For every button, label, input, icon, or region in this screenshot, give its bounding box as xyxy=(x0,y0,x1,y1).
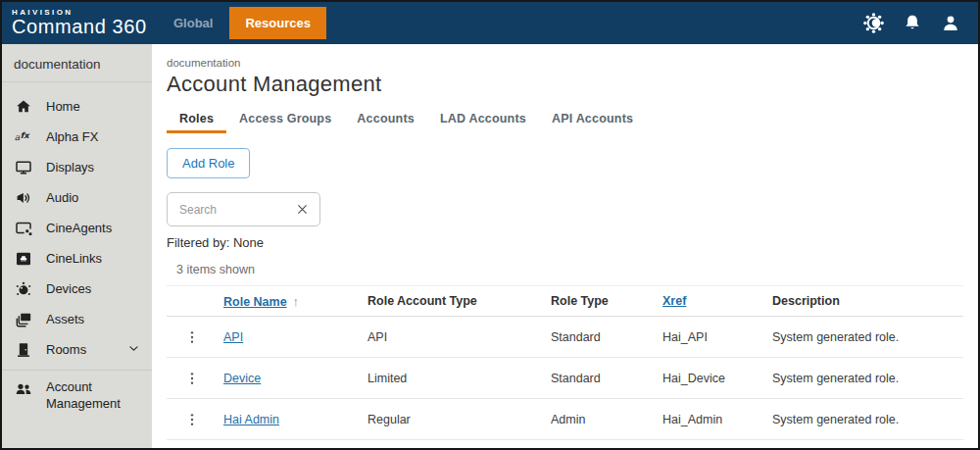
sidebar-item-rooms[interactable]: Rooms xyxy=(2,334,152,365)
svg-text:fx: fx xyxy=(21,129,31,139)
app-window: HAIVISION Command 360 Global Resources xyxy=(0,0,980,450)
cell-description: System generated role. xyxy=(772,413,963,426)
cell-role-account-type: Regular xyxy=(368,413,551,426)
sort-ascending-icon: ↑ xyxy=(293,294,300,309)
cell-xref: Hai_API xyxy=(662,330,772,344)
display-icon xyxy=(14,158,33,177)
sidebar-item-cineagents[interactable]: CineAgents xyxy=(2,213,152,243)
brand-logo: HAIVISION Command 360 xyxy=(2,9,157,37)
role-name-link[interactable]: Device xyxy=(223,372,261,385)
alpha-fx-icon: a fx xyxy=(14,127,33,147)
brand-name-large: Command 360 xyxy=(12,17,157,37)
cell-description: System generated role. xyxy=(772,372,963,385)
role-name-link[interactable]: API xyxy=(223,330,243,344)
chevron-down-icon[interactable] xyxy=(127,342,140,358)
breadcrumb: documentation xyxy=(167,57,963,69)
table-row: Hai Admin Regular Admin Hai_Admin System… xyxy=(167,399,963,440)
role-name-link[interactable]: Hai Admin xyxy=(223,413,279,426)
sidebar-item-audio[interactable]: Audio xyxy=(2,182,152,213)
notifications-bell-icon[interactable] xyxy=(902,13,923,34)
tab-access-groups[interactable]: Access Groups xyxy=(226,106,344,133)
audio-icon xyxy=(14,188,33,208)
tab-api-accounts[interactable]: API Accounts xyxy=(539,106,646,133)
top-nav-global[interactable]: Global xyxy=(157,16,229,30)
column-header-role-account-type: Role Account Type xyxy=(368,294,551,308)
sidebar-item-home[interactable]: Home xyxy=(2,91,152,122)
tab-bar: Roles Access Groups Accounts LAD Account… xyxy=(167,106,963,133)
row-actions-kebab-icon[interactable] xyxy=(183,368,201,389)
cell-description: System generated role. xyxy=(772,330,963,344)
sort-role-name-link[interactable]: Role Name xyxy=(223,295,287,309)
sidebar-item-alpha-fx[interactable]: a fx Alpha FX xyxy=(2,122,152,152)
table-row: API API Standard Hai_API System generate… xyxy=(167,317,963,358)
top-nav-resources[interactable]: Resources xyxy=(229,7,325,39)
assets-icon xyxy=(14,310,33,329)
theme-toggle-icon[interactable] xyxy=(862,12,885,34)
cineagents-icon xyxy=(14,219,33,238)
page-title: Account Management xyxy=(167,72,963,97)
sidebar-menu: Home a fx Alpha FX xyxy=(2,82,152,418)
cell-xref: Hai_Admin xyxy=(662,413,772,426)
account-management-icon xyxy=(14,379,33,399)
cell-xref: Hai_Device xyxy=(662,372,772,385)
roles-table: Role Name↑ Role Account Type Role Type X… xyxy=(167,285,963,440)
sidebar-site-name: documentation xyxy=(2,44,152,82)
cell-role-account-type: Limited xyxy=(368,372,551,385)
tab-lad-accounts[interactable]: LAD Accounts xyxy=(427,106,539,133)
sidebar-item-cinelinks[interactable]: CineLinks xyxy=(2,243,152,274)
top-bar: HAIVISION Command 360 Global Resources xyxy=(2,2,978,44)
tab-roles[interactable]: Roles xyxy=(167,106,226,133)
cell-role-account-type: API xyxy=(368,330,551,344)
column-header-role-name: Role Name↑ xyxy=(223,294,368,309)
row-actions-kebab-icon[interactable] xyxy=(183,409,201,430)
sidebar: documentation Home a fx Alpha FX xyxy=(2,44,152,448)
rooms-icon xyxy=(14,340,33,360)
table-header-row: Role Name↑ Role Account Type Role Type X… xyxy=(167,286,963,317)
cell-role-type: Standard xyxy=(551,330,662,344)
table-row: Device Limited Standard Hai_Device Syste… xyxy=(167,358,963,399)
column-header-xref: Xref xyxy=(662,294,772,308)
devices-icon xyxy=(14,279,33,299)
clear-search-icon[interactable] xyxy=(295,202,310,217)
search-input[interactable] xyxy=(168,203,295,217)
cell-role-type: Admin xyxy=(551,413,662,426)
tab-accounts[interactable]: Accounts xyxy=(344,106,427,133)
cinelinks-icon xyxy=(14,249,33,269)
sidebar-item-devices[interactable]: Devices xyxy=(2,274,152,304)
items-shown-count: 3 items shown xyxy=(176,263,963,276)
sidebar-item-account-management[interactable]: Account Management xyxy=(2,370,152,418)
sidebar-item-assets[interactable]: Assets xyxy=(2,304,152,334)
user-icon[interactable] xyxy=(940,13,961,34)
sidebar-item-displays[interactable]: Displays xyxy=(2,152,152,182)
row-actions-kebab-icon[interactable] xyxy=(183,326,201,348)
filtered-by-label: Filtered by: None xyxy=(167,235,963,250)
search-box xyxy=(167,192,320,226)
sort-xref-link[interactable]: Xref xyxy=(662,294,686,308)
top-bar-actions xyxy=(862,12,978,34)
main-content: documentation Account Management Roles A… xyxy=(152,44,978,448)
column-header-description: Description xyxy=(772,294,963,308)
cell-role-type: Standard xyxy=(551,372,662,385)
home-icon xyxy=(14,97,33,117)
add-role-button[interactable]: Add Role xyxy=(167,148,250,178)
column-header-role-type: Role Type xyxy=(551,294,662,308)
top-nav: Global Resources xyxy=(157,2,326,44)
